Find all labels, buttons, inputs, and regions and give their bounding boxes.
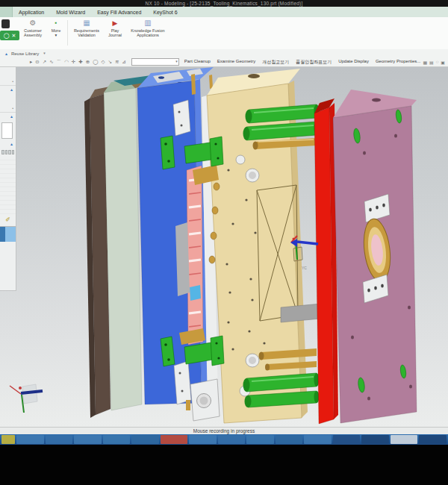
resource-panel: ▲ ▲ ▲ ✐ <box>0 67 16 291</box>
cyan-component <box>190 285 201 301</box>
taskbar-item[interactable] <box>304 435 332 444</box>
button-label: Journal <box>108 33 122 37</box>
panel-list-area[interactable] <box>0 156 16 214</box>
tab-mold-wizard[interactable]: Mold Wizard <box>56 10 85 15</box>
chevron-down-icon: ▾ <box>55 33 57 37</box>
window-title: NX 10 - Modeling - [25-2135_Tooling_Kine… <box>0 0 448 7</box>
more-button[interactable]: ▪ More ▾ <box>47 19 65 47</box>
status-message: Mouse recording in progress <box>193 428 255 434</box>
toolbar-command[interactable]: 개선침교보기 <box>262 59 289 66</box>
reuse-library-bar[interactable]: ▲ Reuse Library ▼ <box>0 49 448 57</box>
taskbar-item[interactable] <box>391 435 418 444</box>
ok-cancel-group: ◯ ✕ <box>0 31 19 40</box>
sketch-tool-icon[interactable]: ⊿ <box>122 59 125 66</box>
edit-pencil-icon[interactable]: ✐ <box>0 214 16 226</box>
toolbar-command[interactable]: 품질안침좌표보기 <box>296 59 332 66</box>
ribbon-tab-bar: Application Mold Wizard Easy Fill Advanc… <box>0 7 448 17</box>
ejector-springs-area[interactable] <box>187 166 203 345</box>
taskbar-item[interactable] <box>131 435 159 444</box>
reuse-library-label: Reuse Library <box>11 51 39 56</box>
collapse-arrow-icon[interactable]: ▲ <box>0 86 16 94</box>
gears-icon: ⚙ <box>30 19 37 28</box>
wcs-axis-label: YC <box>302 266 307 270</box>
taskbar-item[interactable] <box>74 435 102 444</box>
windows-taskbar <box>0 434 448 445</box>
sketch-tool-icon[interactable]: ⊕ <box>86 59 90 66</box>
view-triad[interactable] <box>10 384 43 413</box>
sketch-tool-icon[interactable]: ◇ <box>101 59 105 66</box>
mold-assembly-model: YC <box>0 67 448 427</box>
taskbar-item[interactable] <box>103 435 131 444</box>
collapse-arrow-icon[interactable]: ▲ <box>0 140 16 148</box>
sketch-tool-icon[interactable]: ▸ <box>30 59 32 66</box>
knowledge-fusion-button[interactable]: ▥ Knowledge Fusion Applications <box>127 19 169 47</box>
taskbar-item[interactable] <box>218 435 246 444</box>
tab-easy-fill-advanced[interactable]: Easy Fill Advanced <box>97 10 141 15</box>
sketch-tool-icon[interactable]: ⊙ <box>35 59 39 66</box>
taskbar-item[interactable] <box>333 435 361 444</box>
tab-keyshot[interactable]: KeyShot 6 <box>153 10 177 15</box>
toolbar-right-icon[interactable]: ▣ <box>441 60 445 65</box>
panel-thumbnail-strip[interactable] <box>0 148 16 156</box>
sketch-tool-icon[interactable]: ∿ <box>49 59 53 66</box>
taskbar-item[interactable] <box>361 435 389 444</box>
validation-window-icon: ▦ <box>83 19 90 28</box>
taskbar-item[interactable] <box>419 435 447 444</box>
nx-application-window: NX 10 - Modeling - [25-2135_Tooling_Kine… <box>0 0 448 485</box>
taskbar-item[interactable] <box>246 435 274 444</box>
play-icon: ▶ <box>113 19 118 28</box>
button-label: Validation <box>78 33 96 37</box>
letterbox-bottom <box>0 445 448 485</box>
collapse-arrow-icon[interactable]: ▲ <box>4 51 8 56</box>
taskbar-item[interactable] <box>189 435 217 444</box>
toolbar-right-icon[interactable]: ◌ <box>436 60 439 65</box>
tab-application[interactable]: Application <box>19 10 44 15</box>
panel-row-member-select[interactable] <box>0 67 16 86</box>
toolbar-command[interactable]: Geometry Properties... <box>376 59 420 66</box>
view-tools-group: ▦▤◌▣ <box>423 60 445 65</box>
cancel-icon[interactable]: ✕ <box>11 33 16 39</box>
sketch-tool-icon[interactable]: ≋ <box>115 59 119 66</box>
taskbar-item[interactable] <box>1 435 15 444</box>
sketch-tool-icon[interactable]: ↘ <box>108 59 111 66</box>
taskbar-item[interactable] <box>161 435 188 444</box>
selection-scope-combo[interactable]: ▾ <box>131 58 179 66</box>
sketch-tool-icon[interactable]: ✚ <box>78 59 82 66</box>
chevron-down-icon: ▾ <box>175 59 178 63</box>
green-dot-icon: ▪ <box>55 19 57 28</box>
taskbar-item[interactable] <box>276 435 303 444</box>
play-journal-button[interactable]: ▶ Play Journal <box>105 19 125 47</box>
mold-plate-fixed-mauve[interactable] <box>333 90 417 423</box>
chevron-down-icon[interactable]: ▼ <box>43 51 46 55</box>
button-label: Applications <box>137 33 159 37</box>
taskbar-item[interactable] <box>46 435 73 444</box>
taskbar-item[interactable] <box>16 435 44 444</box>
toolbar-command[interactable]: Update Display <box>338 59 369 66</box>
sketch-tool-icon[interactable]: ✛ <box>72 59 75 66</box>
toolbar-right-icon[interactable]: ▤ <box>429 60 434 65</box>
ribbon-separator <box>67 20 68 46</box>
status-bar: Mouse recording in progress <box>0 427 448 434</box>
collapse-arrow-icon[interactable]: ▲ <box>0 113 16 121</box>
requirements-validation-button[interactable]: ▦ Requirements Validation <box>69 19 104 47</box>
sketch-tools-group: ▸⊙↗∿⌒◠✛✚⊕◯◇↘≋⊿ <box>30 59 126 66</box>
command-toolbar: ▸⊙↗∿⌒◠✛✚⊕◯◇↘≋⊿ ▾ Part CleanupExamine Geo… <box>0 57 448 67</box>
panel-preview-box[interactable] <box>1 122 13 139</box>
panel-row-filter[interactable] <box>0 94 16 113</box>
guide-pins-top[interactable] <box>243 104 320 150</box>
panel-apply-button[interactable] <box>0 226 16 242</box>
table-icon: ▥ <box>144 19 151 28</box>
sketch-tool-icon[interactable]: ↗ <box>43 59 46 66</box>
sketch-tool-icon[interactable]: ◯ <box>93 59 98 66</box>
customer-assembly-button[interactable]: ⚙ Customer Assembly <box>19 19 46 47</box>
tab-partial[interactable] <box>0 7 13 17</box>
toolbar-command[interactable]: Examine Geometry <box>217 59 255 66</box>
ok-icon[interactable]: ◯ <box>4 33 10 39</box>
button-label: Assembly <box>24 33 42 37</box>
toolbar-command[interactable]: Part Cleanup <box>184 59 211 66</box>
sketch-tool-icon[interactable]: ⌒ <box>57 59 62 66</box>
sketch-tool-icon[interactable]: ◠ <box>64 59 69 66</box>
cursor-tool-icon[interactable] <box>1 19 10 28</box>
toolbar-right-icon[interactable]: ▦ <box>423 60 427 65</box>
graphics-window[interactable]: YC <box>0 67 448 427</box>
